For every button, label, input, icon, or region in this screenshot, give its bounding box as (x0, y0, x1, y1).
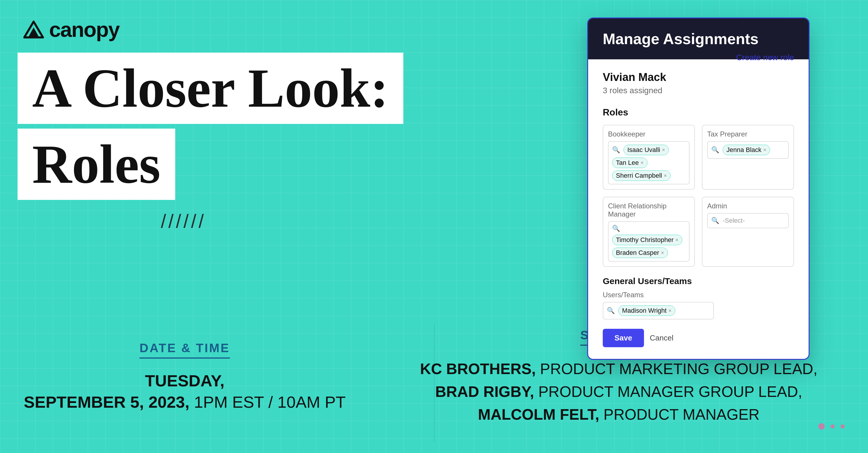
date-label: DATE & TIME (140, 341, 230, 359)
admin-placeholder: -Select- (723, 217, 745, 224)
tag-timothy-christopher: Timothy Christopher × (612, 235, 682, 245)
remove-madison-wright[interactable]: × (668, 308, 672, 314)
date-section: DATE & TIME TUESDAY, SEPTEMBER 5, 2023, … (0, 324, 369, 430)
headline-banner-line1: A Closer Look: (18, 53, 403, 124)
slash-decoration: ////// (161, 211, 206, 232)
bookkeeper-tags-row[interactable]: 🔍 Isaac Uvalli × Tan Lee × Sherri Campbe… (608, 141, 690, 185)
search-icon-tax-preparer: 🔍 (711, 146, 719, 154)
role-label-tax-preparer: Tax Preparer (707, 130, 789, 138)
tag-madison-wright: Madison Wright × (618, 305, 675, 316)
person-info: 3 roles assigned (603, 86, 794, 95)
speaker1-role: PRODUCT MARKETING GROUP LEAD, (536, 360, 817, 377)
roles-section-title: Roles (603, 107, 794, 118)
speakers-text: KC BROTHERS, PRODUCT MARKETING GROUP LEA… (393, 357, 845, 426)
tag-jenna-black: Jenna Black × (723, 145, 770, 155)
date-line2-bold: SEPTEMBER 5, 2023, (24, 393, 189, 411)
logo-text: canopy (49, 18, 119, 41)
create-new-role-link[interactable]: Create new role (736, 53, 794, 62)
remove-isaac-uvalli[interactable]: × (662, 147, 665, 153)
speaker1-name: KC BROTHERS, (420, 360, 536, 377)
search-icon-bookkeeper: 🔍 (612, 146, 620, 154)
manage-assignments-modal: Manage Assignments Vivian Mack Create ne… (587, 18, 809, 360)
users-teams-tags-row[interactable]: 🔍 Madison Wright × (603, 302, 714, 319)
canopy-logo-icon (23, 21, 44, 39)
tag-braden-casper: Braden Casper × (612, 248, 668, 258)
tax-preparer-tags-row[interactable]: 🔍 Jenna Black × (707, 141, 789, 159)
remove-jenna-black[interactable]: × (763, 147, 767, 153)
role-label-bookkeeper: Bookkeeper (608, 130, 690, 138)
tag-tan-lee: Tan Lee × (612, 158, 648, 168)
headline-line2: Roles (32, 134, 160, 195)
search-icon-users-teams: 🔍 (607, 307, 615, 315)
modal-title: Manage Assignments (603, 30, 758, 47)
modal-footer: Save Cancel (603, 329, 794, 347)
dot-1 (818, 423, 825, 430)
search-icon-crm: 🔍 (612, 225, 620, 232)
remove-timothy-christopher[interactable]: × (675, 237, 679, 243)
roles-grid: Bookkeeper 🔍 Isaac Uvalli × Tan Lee × Sh… (603, 125, 794, 267)
speaker2-role: PRODUCT MANAGER GROUP LEAD, (534, 383, 802, 400)
role-label-admin: Admin (707, 202, 789, 210)
cancel-button[interactable]: Cancel (650, 333, 674, 343)
dot-3 (840, 424, 845, 428)
dot-2 (831, 424, 835, 428)
remove-braden-casper[interactable]: × (661, 250, 664, 256)
speaker2-name: BRAD RIGBY, (435, 383, 534, 400)
date-text: TUESDAY, SEPTEMBER 5, 2023, 1PM EST / 10… (23, 370, 346, 413)
remove-sherri-campbell[interactable]: × (664, 173, 667, 179)
tag-isaac-uvalli: Isaac Uvalli × (623, 145, 669, 155)
role-box-tax-preparer: Tax Preparer 🔍 Jenna Black × (702, 125, 794, 190)
headline-banner-line2: Roles (18, 129, 175, 200)
logo-area: canopy (23, 18, 119, 41)
speaker3-name: MALCOLM FELT, (478, 406, 599, 423)
save-button[interactable]: Save (603, 329, 644, 347)
role-box-crm: Client Relationship Manager 🔍 Timothy Ch… (603, 197, 695, 267)
search-icon-admin: 🔍 (711, 217, 719, 224)
divider (434, 324, 435, 441)
modal-body: Vivian Mack Create new role 3 roles assi… (588, 59, 809, 359)
crm-tags-row[interactable]: 🔍 Timothy Christopher × Braden Casper × (608, 221, 690, 262)
speaker3-role: PRODUCT MANAGER (599, 406, 760, 423)
tag-sherri-campbell: Sherri Campbell × (612, 170, 671, 181)
general-users-section: General Users/Teams Users/Teams 🔍 Madiso… (603, 276, 794, 319)
date-line2-normal: 1PM EST / 10AM PT (189, 393, 346, 411)
person-name: Vivian Mack (603, 71, 666, 83)
remove-tan-lee[interactable]: × (641, 160, 644, 166)
date-line1: TUESDAY, (145, 371, 225, 390)
role-label-crm: Client Relationship Manager (608, 202, 690, 218)
role-box-admin: Admin 🔍 -Select- (702, 197, 794, 267)
role-box-bookkeeper: Bookkeeper 🔍 Isaac Uvalli × Tan Lee × Sh… (603, 125, 695, 190)
users-sub-label: Users/Teams (603, 291, 794, 299)
admin-tags-row[interactable]: 🔍 -Select- (707, 213, 789, 228)
headline-line1: A Closer Look: (32, 58, 389, 119)
dots-decoration (818, 423, 845, 430)
headline-area: A Closer Look: Roles (18, 53, 269, 200)
general-label: General Users/Teams (603, 276, 794, 286)
